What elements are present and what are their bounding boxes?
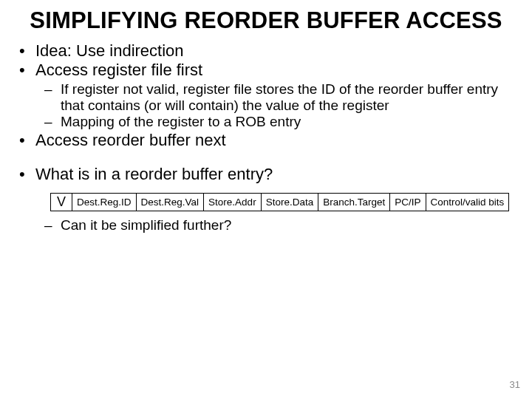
bullet-access-regfile-text: Access register file first (35, 61, 202, 79)
rob-entry-table: V Dest.Reg.ID Dest.Reg.Val Store.Addr St… (50, 193, 509, 211)
bullet-list-lvl1: Idea: Use indirection Access register fi… (16, 41, 516, 150)
rob-cell-ctrlvalid: Control/valid bits (426, 194, 509, 211)
slide: SIMPLIFYING REORDER BUFFER ACCESS Idea: … (0, 0, 532, 399)
bullet-whatsin: What is in a reorder buffer entry? V Des… (35, 165, 516, 233)
sublist-regfile: If register not valid, register file sto… (35, 81, 516, 130)
bullet-access-regfile: Access register file first If register n… (35, 61, 516, 129)
rob-cell-storedata: Store.Data (261, 194, 318, 211)
bullet-whatsin-text: What is in a reorder buffer entry? (35, 165, 273, 183)
rob-cell-branchtarget: Branch.Target (318, 194, 390, 211)
bullet-list-lvl1-q: What is in a reorder buffer entry? V Des… (16, 165, 516, 233)
rob-cell-pcip: PC/IP (390, 194, 426, 211)
rob-cell-storeaddr: Store.Addr (204, 194, 262, 211)
sublist-simplify: Can it be simplified further? (35, 217, 516, 233)
subbullet-mapping: Mapping of the register to a ROB entry (61, 114, 516, 130)
rob-cell-v: V (51, 194, 72, 211)
subbullet-simplify: Can it be simplified further? (61, 217, 516, 233)
rob-cell-destregval: Dest.Reg.Val (136, 194, 204, 211)
bullet-access-rob: Access reorder buffer next (35, 131, 516, 150)
rob-cell-destregid: Dest.Reg.ID (72, 194, 137, 211)
table-row: V Dest.Reg.ID Dest.Reg.Val Store.Addr St… (51, 194, 509, 211)
slide-title: SIMPLIFYING REORDER BUFFER ACCESS (16, 7, 516, 34)
spacer (16, 150, 516, 165)
subbullet-regnotvalid: If register not valid, register file sto… (61, 81, 516, 114)
bullet-idea: Idea: Use indirection (35, 41, 516, 61)
rob-entry-table-wrap: V Dest.Reg.ID Dest.Reg.Val Store.Addr St… (50, 193, 516, 211)
page-number: 31 (510, 379, 520, 390)
